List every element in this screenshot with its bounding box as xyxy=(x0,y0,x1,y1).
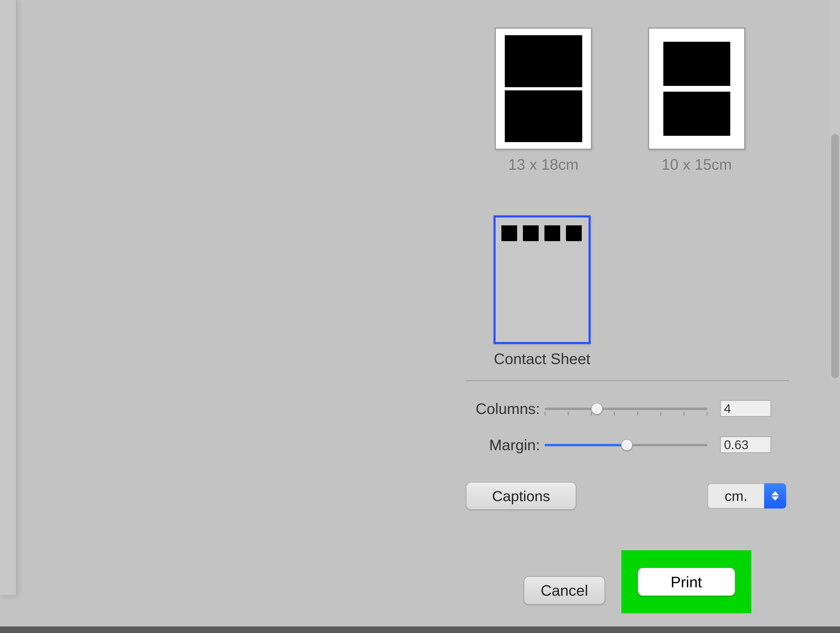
layout-option-13x18[interactable]: 13 x 18cm xyxy=(495,28,592,173)
chevron-up-icon xyxy=(772,491,779,495)
layout-label-13x18: 13 x 18cm xyxy=(508,155,579,173)
print-button-highlight: Print xyxy=(621,550,751,613)
margin-label: Margin: xyxy=(466,436,545,454)
print-button[interactable]: Print xyxy=(638,568,735,596)
columns-value-field[interactable]: 4 xyxy=(720,400,771,417)
layout-thumb-10x15 xyxy=(648,28,745,150)
layout-thumb-contact-sheet xyxy=(494,215,591,344)
bottom-bar xyxy=(0,627,840,633)
margin-slider[interactable] xyxy=(545,438,707,451)
unit-select[interactable]: cm. xyxy=(707,483,786,508)
layout-divider xyxy=(466,380,789,381)
layout-scrollbar-thumb[interactable] xyxy=(831,134,839,378)
layout-thumb-13x18 xyxy=(495,28,592,150)
margin-row: Margin: 0.63 xyxy=(466,435,786,454)
unit-stepper-icon[interactable] xyxy=(764,483,786,508)
layout-option-10x15[interactable]: 10 x 15cm xyxy=(648,28,745,173)
layout-label-contact-sheet: Contact Sheet xyxy=(494,350,591,367)
layout-scrollbar-track[interactable] xyxy=(830,0,840,381)
margin-slider-knob[interactable] xyxy=(621,439,633,451)
unit-label: cm. xyxy=(707,483,764,508)
layout-option-contact-sheet[interactable]: Contact Sheet xyxy=(494,215,591,367)
chevron-down-icon xyxy=(772,497,779,501)
background-window-edge xyxy=(0,0,17,595)
columns-slider[interactable] xyxy=(545,402,707,415)
margin-value-field[interactable]: 0.63 xyxy=(720,436,771,453)
cancel-button[interactable]: Cancel xyxy=(524,576,605,605)
columns-row: Columns: 4 xyxy=(466,399,786,418)
layout-label-10x15: 10 x 15cm xyxy=(662,155,732,173)
columns-label: Columns: xyxy=(466,400,545,417)
captions-button[interactable]: Captions xyxy=(466,482,576,510)
